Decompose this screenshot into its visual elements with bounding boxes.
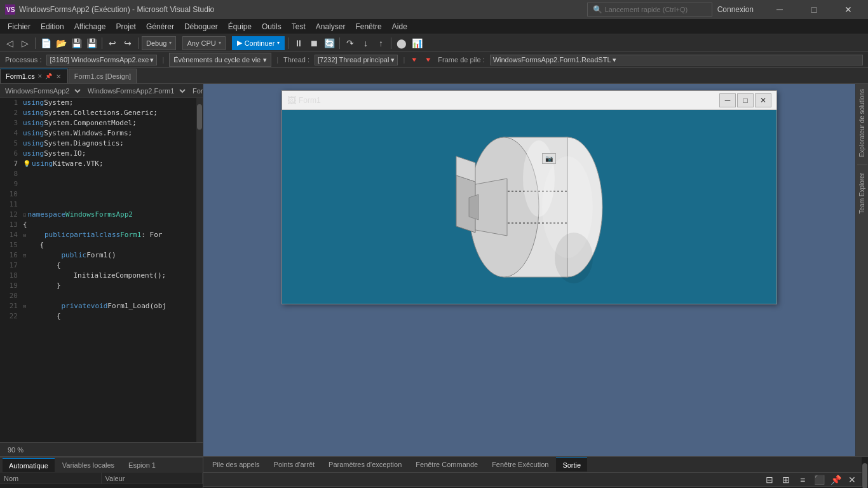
maximize-button[interactable]: □ bbox=[799, 0, 829, 19]
diagnostic-button[interactable]: 📊 bbox=[410, 36, 424, 50]
tab-sortie[interactable]: Sortie bbox=[556, 458, 587, 471]
code-line-1: using System; bbox=[23, 98, 196, 108]
output-btn1[interactable]: ⊟ bbox=[763, 473, 776, 487]
tab-form1cs-pin: 📌 bbox=[45, 73, 52, 79]
zoom-level[interactable]: 90 % bbox=[5, 446, 26, 454]
close-button[interactable]: ✕ bbox=[834, 0, 863, 19]
tab-breakpoints[interactable]: Points d'arrêt bbox=[268, 458, 321, 471]
menu-generer[interactable]: Générer bbox=[141, 19, 179, 34]
ln-16: 16 bbox=[3, 250, 18, 261]
forward-button[interactable]: ▷ bbox=[18, 36, 32, 50]
save-button[interactable]: 💾 bbox=[69, 36, 83, 50]
tab-form1cs-icon: ✕ bbox=[37, 73, 43, 79]
save-all-button[interactable]: 💾 bbox=[85, 36, 98, 50]
team-explorer-tab[interactable]: Team Explorer bbox=[857, 168, 867, 219]
step-into-button[interactable]: ↓ bbox=[358, 36, 372, 50]
cpu-config-arrow: ▾ bbox=[219, 40, 221, 46]
menu-debogueur[interactable]: Déboguer bbox=[179, 19, 223, 34]
menu-projet[interactable]: Projet bbox=[111, 19, 141, 34]
code-scrollbar[interactable] bbox=[196, 98, 203, 442]
tab-commande[interactable]: Fenêtre Commande bbox=[409, 458, 484, 471]
code-line-12: ⊟ namespace WindowsFormsApp2 bbox=[23, 210, 196, 220]
form1-buttons: ─ □ ✕ bbox=[719, 93, 771, 107]
solution-explorer-tab[interactable]: Explorateur de solutions bbox=[857, 84, 867, 162]
code-line-9 bbox=[23, 179, 196, 189]
process-dropdown[interactable]: [3160] WindowsFormsApp2.exe ▾ bbox=[46, 55, 157, 65]
code-text-area[interactable]: using System; using System.Collections.G… bbox=[20, 98, 196, 442]
thread-dropdown[interactable]: [7232] Thread principal ▾ bbox=[315, 55, 398, 65]
thread-arrow: ▾ bbox=[391, 56, 395, 64]
class-selector[interactable]: WindowsFormsApp2 bbox=[0, 86, 83, 95]
menu-fenetre[interactable]: Fenêtre bbox=[350, 19, 386, 34]
output-btn4[interactable]: ⬛ bbox=[812, 473, 826, 487]
code-scrollbar-thumb[interactable] bbox=[197, 104, 202, 130]
thread-value: [7232] Thread principal bbox=[318, 56, 389, 64]
menu-aide[interactable]: Aide bbox=[387, 19, 412, 34]
tab-automatique[interactable]: Automatique bbox=[3, 458, 55, 472]
menu-edition[interactable]: Edition bbox=[36, 19, 69, 34]
undo-button[interactable]: ↩ bbox=[105, 36, 119, 50]
new-file-button[interactable]: 📄 bbox=[39, 36, 53, 50]
restart-button[interactable]: 🔄 bbox=[322, 36, 336, 50]
step-out-button[interactable]: ↑ bbox=[374, 36, 388, 50]
title-bar-left: VS WindowsFormsApp2 (Exécution) - Micros… bbox=[5, 4, 214, 15]
ln-5: 5 bbox=[3, 139, 18, 149]
tab-execution[interactable]: Fenêtre Exécution bbox=[485, 458, 555, 471]
output-btn3[interactable]: ≡ bbox=[796, 473, 810, 487]
menu-analyser[interactable]: Analyser bbox=[311, 19, 351, 34]
open-button[interactable]: 📂 bbox=[54, 36, 68, 50]
title-bar-right: 🔍 Connexion ─ □ ✕ bbox=[587, 0, 863, 19]
back-button[interactable]: ◁ bbox=[3, 36, 17, 50]
output-vscroll-thumb[interactable] bbox=[862, 463, 867, 488]
menu-equipe[interactable]: Équipe bbox=[223, 19, 257, 34]
pause-button[interactable]: ⏸ bbox=[292, 36, 306, 50]
quick-launch-search[interactable]: 🔍 bbox=[587, 3, 712, 17]
output-toolbar-btns: ⊟ ⊞ ≡ ⬛ 📌 ✕ bbox=[763, 473, 859, 487]
process-dropdown-arrow: ▾ bbox=[150, 56, 154, 64]
output-close[interactable]: ✕ bbox=[845, 473, 859, 487]
method-selector[interactable]: Form1() bbox=[187, 86, 203, 95]
collapse-21[interactable]: ⊟ bbox=[23, 301, 26, 311]
redo-button[interactable]: ↪ bbox=[121, 36, 135, 50]
collapse-14[interactable]: ⊟ bbox=[23, 230, 26, 240]
collapse-16[interactable]: ⊟ bbox=[23, 250, 26, 261]
code-line-2: using System.Collections.Generic; bbox=[23, 108, 196, 118]
debug-config-dropdown[interactable]: Debug ▾ bbox=[142, 36, 176, 50]
thread-label: Thread : bbox=[283, 56, 309, 64]
collapse-12[interactable]: ⊟ bbox=[23, 210, 26, 220]
sep6 bbox=[391, 37, 391, 49]
svg-text:VS: VS bbox=[6, 6, 15, 13]
cpu-config-dropdown[interactable]: Any CPU ▾ bbox=[182, 36, 225, 50]
quick-launch-input[interactable] bbox=[605, 6, 707, 13]
tab-espion[interactable]: Espion 1 bbox=[122, 458, 162, 472]
stop-button[interactable]: ⏹ bbox=[307, 36, 321, 50]
tab-form1cs-close[interactable]: ✕ bbox=[55, 72, 62, 81]
continue-button[interactable]: ▶ Continuer ▾ bbox=[232, 36, 285, 50]
form1-close[interactable]: ✕ bbox=[755, 93, 771, 107]
form1-maximize[interactable]: □ bbox=[737, 93, 754, 107]
output-pin[interactable]: 📌 bbox=[829, 473, 843, 487]
search-icon: 🔍 bbox=[593, 5, 602, 14]
menu-test[interactable]: Test bbox=[287, 19, 311, 34]
minimize-button[interactable]: ─ bbox=[765, 0, 794, 19]
tab-pile[interactable]: Pile des appels bbox=[206, 458, 266, 471]
menu-fichier[interactable]: Fichier bbox=[3, 19, 36, 34]
tab-exceptions[interactable]: Paramètres d'exception bbox=[322, 458, 408, 471]
stack-dropdown[interactable]: WindowsFormsApp2.Form1.ReadSTL ▾ bbox=[490, 55, 863, 65]
events-dropdown[interactable]: Évènements du cycle de vie ▾ bbox=[169, 53, 271, 67]
process-label: Processus : bbox=[5, 56, 41, 64]
output-vscrollbar[interactable] bbox=[862, 457, 868, 488]
menu-affichage[interactable]: Affichage bbox=[69, 19, 111, 34]
events-arrow: ▾ bbox=[263, 56, 267, 64]
tab-variables[interactable]: Variables locales bbox=[56, 458, 121, 472]
member-selector[interactable]: WindowsFormsApp2.Form1 bbox=[83, 86, 187, 95]
breakpoint-button[interactable]: ⬤ bbox=[395, 36, 409, 50]
form1-minimize[interactable]: ─ bbox=[719, 93, 736, 107]
output-btn2[interactable]: ⊞ bbox=[779, 473, 793, 487]
tab-form1cs-design[interactable]: Form1.cs [Design] bbox=[69, 69, 137, 83]
menu-outils[interactable]: Outils bbox=[257, 19, 287, 34]
sep5 bbox=[339, 37, 340, 49]
tab-form1cs[interactable]: Form1.cs ✕ 📌 ✕ bbox=[0, 69, 68, 83]
step-over-button[interactable]: ↷ bbox=[343, 36, 357, 50]
connection-button[interactable]: Connexion bbox=[717, 5, 754, 14]
